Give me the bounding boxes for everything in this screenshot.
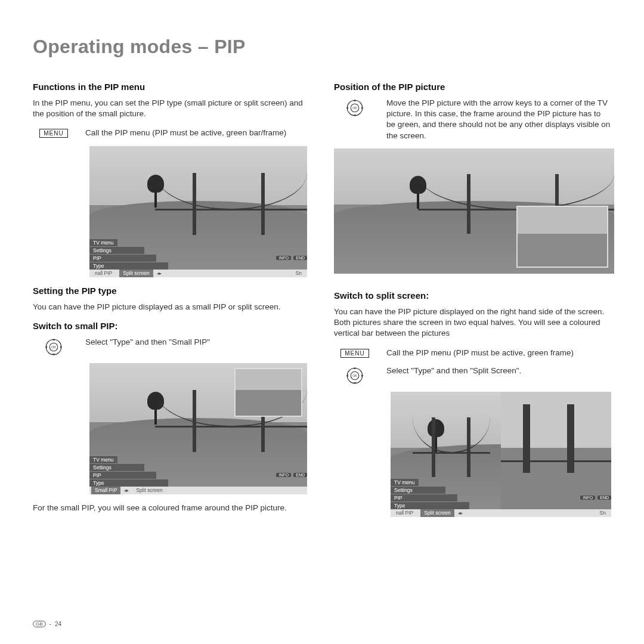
- footer-region: GB: [33, 621, 46, 627]
- osd-crumb-type: Type: [89, 479, 168, 487]
- heading-setting-pip-type: Setting the PIP type: [33, 286, 310, 296]
- osd-tag-end: END: [293, 473, 307, 477]
- screenshot-pip-menu-type: TV menu Settings PIP INFO END Type nall …: [89, 146, 307, 277]
- osd-crumb-settings: Settings: [391, 487, 445, 494]
- osd-crumb-pip: PIP: [391, 494, 457, 501]
- left-column: Functions in the PIP menu In the PIP men…: [33, 82, 310, 525]
- caption-call-pip-menu-2: Call the PIP menu (PIP must be active, g…: [386, 348, 611, 358]
- para-small-pip-after: For the small PIP, you will see a colour…: [33, 503, 310, 513]
- osd-tag-end: END: [597, 496, 611, 500]
- pip-inset-frame: [516, 206, 608, 268]
- page-footer: GB - 24: [33, 621, 61, 627]
- footer-page-number: 24: [55, 621, 61, 627]
- osd-arrows-icon: ◂▸: [458, 510, 463, 516]
- osd-crumb-type: Type: [391, 502, 469, 509]
- pip-inset-frame: [234, 368, 302, 417]
- osd-crumb-settings: Settings: [89, 247, 144, 254]
- screenshot-split-screen: TV menu Settings PIP INFO END Type nall …: [391, 392, 611, 517]
- para-switch-split-screen: You can have the PIP picture displayed o…: [334, 306, 611, 339]
- ok-dial-icon: OK: [45, 338, 63, 356]
- menu-button-icon: MENU: [340, 349, 369, 358]
- para-functions: In the PIP menu, you can set the PIP typ…: [33, 98, 310, 119]
- osd-crumb-type: Type: [89, 262, 168, 270]
- osd-option-small-pip: nall PIP: [91, 270, 116, 276]
- osd-crumb-tvmenu: TV menu: [89, 239, 117, 246]
- svg-text:OK: OK: [352, 106, 357, 110]
- svg-text:OK: OK: [51, 345, 56, 349]
- osd-option-split-screen-selected: Split screen: [119, 270, 153, 277]
- osd-tag-info: INFO: [276, 256, 291, 260]
- osd-arrows-icon: ◂▸: [124, 488, 129, 493]
- osd-crumb-tvmenu: TV menu: [391, 479, 419, 486]
- osd-option-split-screen: Split screen: [132, 487, 166, 493]
- para-setting-pip-type: You can have the PIP picture displayed a…: [33, 302, 310, 312]
- osd-option-small-pip-selected: Small PIP: [91, 487, 120, 494]
- page-title: Operating modes – PIP: [33, 36, 611, 58]
- osd-arrows-icon: ◂▸: [157, 271, 162, 276]
- screenshot-pip-position: [334, 148, 614, 274]
- osd-option-trunc: Sn: [292, 270, 305, 276]
- caption-call-pip-menu: Call the PIP menu (PIP must be active, g…: [85, 128, 310, 138]
- caption-select-small-pip: Select "Type" and then "Small PIP": [85, 337, 310, 348]
- osd-tag-end: END: [293, 256, 307, 260]
- caption-position-pip: Move the PIP picture with the arrow keys…: [386, 98, 611, 141]
- osd-overlay: TV menu Settings PIP INFO END Type Small…: [89, 456, 307, 494]
- osd-option-trunc: Sn: [596, 510, 609, 516]
- caption-select-split-screen: Select "Type" and then "Split Screen".: [386, 366, 611, 376]
- menu-button-icon: MENU: [39, 129, 67, 138]
- osd-crumb-tvmenu: TV menu: [89, 456, 117, 463]
- heading-position-pip: Position of the PIP picture: [334, 82, 611, 92]
- osd-overlay: TV menu Settings PIP INFO END Type nall …: [89, 239, 307, 277]
- osd-crumb-pip: PIP: [89, 255, 156, 262]
- osd-tag-info: INFO: [276, 473, 291, 477]
- osd-crumb-pip: PIP: [89, 472, 156, 479]
- svg-text:OK: OK: [352, 374, 357, 377]
- osd-crumb-settings: Settings: [89, 464, 144, 471]
- osd-overlay: TV menu Settings PIP INFO END Type nall …: [391, 478, 611, 517]
- osd-option-small-pip: nall PIP: [392, 510, 417, 516]
- heading-functions: Functions in the PIP menu: [33, 82, 310, 92]
- right-column: Position of the PIP picture OK Move the …: [334, 82, 611, 525]
- osd-option-split-screen-selected: Split screen: [420, 509, 454, 517]
- ok-dial-icon: OK: [346, 367, 364, 385]
- heading-switch-small-pip: Switch to small PIP:: [33, 321, 310, 331]
- osd-tag-info: INFO: [580, 496, 595, 500]
- screenshot-small-pip: TV menu Settings PIP INFO END Type Small…: [89, 363, 307, 494]
- ok-dial-icon: OK: [346, 99, 364, 117]
- heading-switch-split-screen: Switch to split screen:: [334, 290, 611, 301]
